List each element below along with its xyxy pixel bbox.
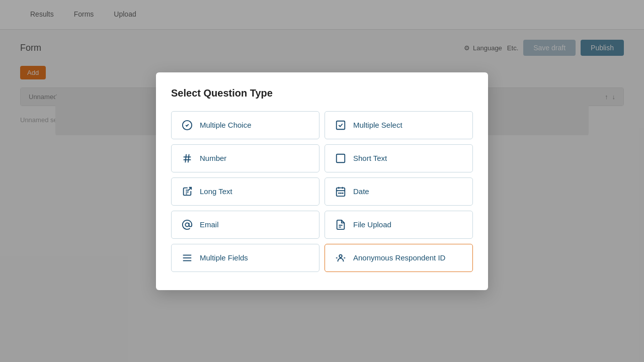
option-email-label: Email <box>200 220 219 229</box>
option-multiple-select-label: Multiple Select <box>353 121 403 129</box>
svg-point-18 <box>185 223 189 226</box>
option-multiple-select[interactable]: Multiple Select <box>325 111 473 139</box>
option-number[interactable]: Number <box>171 144 319 172</box>
option-multiple-choice-label: Multiple Choice <box>200 121 252 129</box>
select-question-type-modal: Select Question Type Multiple Choice <box>156 72 488 290</box>
option-multiple-fields-label: Multiple Fields <box>200 253 248 262</box>
svg-line-10 <box>188 187 191 190</box>
option-long-text-label: Long Text <box>200 187 232 196</box>
paragraph-icon <box>181 185 194 198</box>
svg-rect-17 <box>342 192 344 194</box>
option-multiple-choice[interactable]: Multiple Choice <box>171 111 319 139</box>
option-date-label: Date <box>353 187 369 196</box>
svg-rect-11 <box>337 188 345 196</box>
modal-title: Select Question Type <box>171 87 473 99</box>
option-multiple-fields[interactable]: Multiple Fields <box>171 244 319 272</box>
square-icon <box>334 152 347 165</box>
svg-rect-16 <box>340 192 342 194</box>
option-number-label: Number <box>200 154 226 162</box>
calendar-icon <box>334 185 347 198</box>
option-date[interactable]: Date <box>325 177 473 206</box>
option-long-text[interactable]: Long Text <box>171 177 319 206</box>
svg-point-24 <box>339 254 342 257</box>
circle-check-icon <box>181 119 194 132</box>
options-grid: Multiple Choice Multiple Select <box>171 111 473 272</box>
svg-line-5 <box>188 154 189 162</box>
option-anonymous-respondent-id-label: Anonymous Respondent ID <box>353 253 445 262</box>
file-icon <box>334 218 347 231</box>
option-email[interactable]: Email <box>171 211 319 239</box>
option-file-upload-label: File Upload <box>353 220 391 229</box>
hash-icon <box>181 152 194 165</box>
svg-rect-6 <box>337 154 345 162</box>
svg-rect-1 <box>337 121 345 129</box>
option-short-text-label: Short Text <box>353 154 387 162</box>
at-icon <box>181 218 194 231</box>
person-badge-icon <box>334 251 347 264</box>
modal-overlay: Select Question Type Multiple Choice <box>0 0 644 362</box>
option-file-upload[interactable]: File Upload <box>325 211 473 239</box>
option-anonymous-respondent-id[interactable]: Anonymous Respondent ID <box>325 244 473 272</box>
lines-icon <box>181 251 194 264</box>
svg-line-4 <box>185 154 186 162</box>
option-short-text[interactable]: Short Text <box>325 144 473 172</box>
checkbox-check-icon <box>334 119 347 132</box>
svg-rect-15 <box>338 192 340 194</box>
